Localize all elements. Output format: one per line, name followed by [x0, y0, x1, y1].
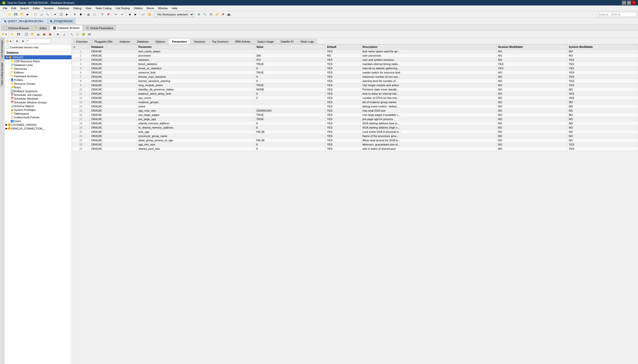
connected-only-checkbox[interactable]	[6, 46, 9, 49]
col-header-sesmod[interactable]: Session Modifiable	[496, 44, 567, 49]
tb-btn-3[interactable]: 📊	[39, 12, 44, 17]
menu-search[interactable]: Search	[18, 6, 31, 10]
tb-misc1[interactable]: ⚙️	[196, 12, 202, 17]
subtab-pluggable[interactable]: Pluggable DBs	[91, 38, 116, 44]
table-row[interactable]: 13 ORA18C instance_groups YES list of in…	[72, 100, 638, 104]
tb-btn-2[interactable]: 📋	[33, 12, 38, 17]
save-all-btn[interactable]: 🗂️	[19, 12, 24, 17]
menu-team-coding[interactable]: Team Coding	[94, 6, 114, 10]
table-row[interactable]: 10 ORA18C standby_db_preserve_states NON…	[72, 88, 638, 92]
table-row[interactable]: 14 ORA18C event YES debug event control …	[72, 104, 638, 109]
menu-editor[interactable]: Editor	[31, 6, 42, 10]
sec-grid[interactable]: ⊞	[55, 32, 60, 37]
table-row[interactable]: 18 ORA18C shared_memory_address 0 YES SG…	[72, 121, 638, 126]
sec-print[interactable]: 🖨️	[36, 32, 41, 37]
sec-export[interactable]: 📤	[41, 32, 47, 37]
table-row[interactable]: 12 ORA18C cpu_count 2 YES number of CPUs…	[72, 96, 638, 100]
tb-misc6[interactable]: 🗃️	[226, 12, 232, 17]
conn-sys[interactable]: 🔌 SYS@ORA18C	[47, 18, 75, 24]
workspace-select[interactable]: <No Workspace selected>	[154, 12, 194, 17]
tree-node-users[interactable]: 👥 Users	[4, 119, 72, 123]
tree-node-oraclr[interactable]: ▶ 🔶 ORACLR_CONNECTION_...	[4, 126, 72, 130]
subtab-sessions[interactable]: Sessions	[191, 38, 208, 44]
tree-node-rollback-segments[interactable]: 🔄 Rollback Segments	[4, 89, 72, 93]
sec-toad[interactable]: 🐸	[81, 32, 86, 37]
subtab-redo[interactable]: Redo Logs	[297, 38, 317, 44]
table-row[interactable]: 23 ORA18C sga_min_size 0 YES Minimum, gu…	[72, 142, 638, 147]
tree-node-profiles[interactable]: 👤 Profiles	[4, 78, 72, 82]
col-header-sysmod[interactable]: System Modifiable	[567, 44, 638, 49]
menu-rerun[interactable]: Rerun	[144, 6, 156, 10]
tb-btn-7[interactable]: ▶	[64, 12, 70, 17]
vert-tab-teamcoding[interactable]: Team Coding Manager	[0, 60, 4, 87]
tb-misc5[interactable]: 📌	[220, 12, 226, 17]
sec-refresh[interactable]: 🔄	[24, 32, 29, 37]
menu-view[interactable]: View	[84, 6, 94, 10]
tree-node-roles[interactable]: 🔑 Roles	[4, 86, 72, 89]
col-header-value[interactable]: Value	[255, 44, 326, 49]
table-row[interactable]: 6 ORA18C resource_limit TRUE YES master …	[72, 70, 638, 75]
tree-node-flashback-archives[interactable]: 📁 Flashback Archives	[4, 74, 72, 78]
sec-import[interactable]: 📥	[47, 32, 53, 37]
tree-node-schema-objects[interactable]: 📊 Schema Objects	[4, 104, 72, 108]
table-row[interactable]: 24 ORA18C shared_pool_size 0 YES size in…	[72, 147, 638, 151]
sec-schema[interactable]: 🗂️	[30, 32, 35, 37]
tree-folder-btn[interactable]: 📂 ▾	[6, 38, 12, 44]
sec-code[interactable]: {x}	[87, 32, 92, 37]
tree-filter-input[interactable]	[26, 38, 51, 44]
tree-node-scheduler-windows[interactable]: 📅 Scheduler Windows	[4, 97, 72, 100]
tb-copy[interactable]: 📋	[92, 12, 97, 17]
sec-folder[interactable]: 📂 ▾	[1, 32, 8, 37]
subtab-top-sessions[interactable]: Top Sessions	[209, 38, 232, 44]
tb-replace[interactable]: 🔁	[146, 12, 152, 17]
conn-quest[interactable]: 🔌 QUEST_DEV@ORA18CDEV	[1, 18, 46, 24]
tb-btn-9[interactable]: ⏹	[78, 12, 84, 17]
subtab-options[interactable]: Options	[152, 38, 168, 44]
tb-btn-8[interactable]: ⏸	[72, 12, 78, 17]
table-row[interactable]: 4 ORA18C timed_statistics TRUE YES maint…	[72, 62, 638, 66]
table-row[interactable]: 22 ORA18C allow_group_access_to_sga FALS…	[72, 138, 638, 142]
tb-redo[interactable]: ↪	[119, 12, 124, 17]
menu-file[interactable]: File	[1, 6, 10, 10]
table-row[interactable]: 17 ORA18C pre_page_sga TRUE YES pre-page…	[72, 117, 638, 121]
table-row[interactable]: 7 ORA18C license_max_sessions 0 YES maxi…	[72, 75, 638, 79]
run-btn[interactable]: ▶	[25, 12, 30, 17]
table-row[interactable]: 9 ORA18C long_module_action TRUE YES Use…	[72, 83, 638, 88]
tree-node-scheduler-window-groups[interactable]: 📅 Scheduler Window Groups	[4, 100, 72, 104]
table-row[interactable]: 11 ORA18C instance_abort_delay_time 0 YE…	[72, 92, 638, 96]
table-row[interactable]: 20 ORA18C lock_sga FALSE YES Lock entire…	[72, 130, 638, 134]
tree-up-btn[interactable]: ⬆	[14, 38, 20, 44]
table-row[interactable]: 21 ORA18C processor_group_name YES Name …	[72, 134, 638, 138]
table-row[interactable]: 1 ORA18C lock_name_space YES lock name s…	[72, 49, 638, 54]
tab-schema[interactable]: 📋 Schema Browser	[1, 25, 32, 31]
subtab-overview[interactable]: Overview	[73, 38, 91, 44]
table-row[interactable]: 5 ORA18C timed_os_statistics 0 YES inter…	[72, 66, 638, 70]
menu-debug[interactable]: Debug	[72, 6, 84, 10]
menu-database[interactable]: Database	[56, 6, 71, 10]
tb-btn-4[interactable]: 🔍	[44, 12, 50, 17]
tree-node-resource-groups[interactable]: 📁 Resource Groups	[4, 82, 72, 86]
tree-down-btn[interactable]: ⬇	[20, 38, 26, 44]
table-row[interactable]: 15 ORA18C sga_max_size 2583691264 YES ma…	[72, 109, 638, 113]
tree-node-listener[interactable]: ▶ 🔶 LISTENER_ORA18C	[4, 123, 72, 126]
tb-misc4[interactable]: 🔑	[214, 12, 220, 17]
tree-node-tablespaces[interactable]: 📁 Tablespaces	[4, 112, 72, 115]
menu-session[interactable]: Session	[42, 6, 56, 10]
sec-copy[interactable]: 📋	[75, 32, 80, 37]
table-row[interactable]: 8 ORA18C license_sessions_warning 0 YES …	[72, 79, 638, 83]
sec-save[interactable]: 💾	[16, 32, 21, 37]
tree-node-scheduler-job-classes[interactable]: 📅 Scheduler Job Classes	[4, 93, 72, 97]
tree-node-system-privileges[interactable]: 🔒 System Privileges	[4, 108, 72, 112]
tab-oraparams[interactable]: ⚙️ Oracle Parameters	[83, 25, 116, 31]
tree-node-ora18c[interactable]: ▼ 🔶 ORA18C	[4, 55, 72, 59]
subtab-database[interactable]: Database	[134, 38, 152, 44]
subtab-instance[interactable]: Instance	[116, 38, 133, 44]
subtab-space[interactable]: Space Usage	[254, 38, 277, 44]
tb-search[interactable]: 🔎	[140, 12, 146, 17]
minimize-button[interactable]: ─	[622, 1, 626, 5]
subtab-datafile[interactable]: Datafile IO	[278, 38, 297, 44]
sec-filter[interactable]: 🔍	[69, 32, 74, 37]
subtab-rbs[interactable]: RBS Activity	[232, 38, 254, 44]
tab-editor[interactable]: ✏️ Editor	[32, 25, 50, 31]
menu-utilities[interactable]: Utilities	[132, 6, 144, 10]
